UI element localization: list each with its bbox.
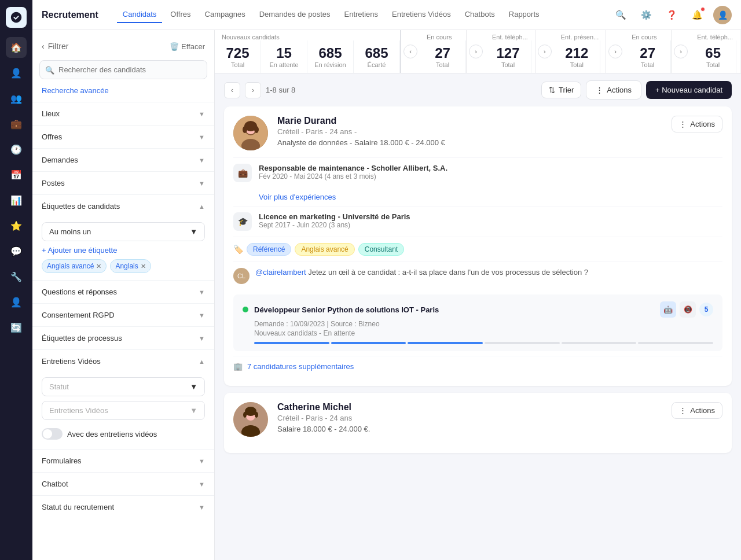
- search-icon-btn[interactable]: 🔍: [611, 6, 630, 24]
- sidebar-icon-calendar[interactable]: 📅: [6, 164, 27, 185]
- sidebar-icon-dashboard[interactable]: 🏠: [6, 37, 27, 58]
- pipeline-lbl-total4: Total: [570, 61, 584, 68]
- pipeline-lbl-attente: En attente: [269, 61, 298, 68]
- filter-section-videos-header[interactable]: Entretiens Vidéos ▲: [32, 350, 214, 373]
- filter-section-demandes-header[interactable]: Demandes ▼: [32, 149, 214, 171]
- chevron-down-icon-10: ▼: [190, 406, 197, 415]
- candidate-info-1: Marie Durand Créteil - Paris - 24 ans - …: [277, 116, 662, 147]
- job-icons: 🤖 📵 5: [660, 301, 713, 318]
- sidebar-icon-chart[interactable]: 📊: [6, 190, 27, 211]
- filter-section-etiquettes: Étiquettes de candidats ▲ Au moins un ▼ …: [32, 194, 214, 280]
- card-actions-btn-2[interactable]: ⋮ Actions: [672, 402, 722, 419]
- settings-icon-btn[interactable]: ⚙️: [637, 6, 655, 24]
- pipeline-col-teleph2[interactable]: 65 Total: [690, 40, 736, 73]
- sidebar-icon-group[interactable]: 👥: [6, 88, 27, 109]
- label-filter-dropdown[interactable]: Au moins un ▼: [42, 222, 205, 241]
- filter-section-statut-header[interactable]: Statut du recrutement ▼: [32, 496, 214, 518]
- video-toggle-row: Avec des entretiens vidéos: [42, 426, 205, 442]
- filter-section-questions: Questions et réponses ▼: [32, 280, 214, 303]
- filter-section-questions-header[interactable]: Questions et réponses ▼: [32, 281, 214, 303]
- sidebar-icon-settings2[interactable]: 🔧: [6, 266, 27, 287]
- sidebar-icon-clock[interactable]: 🕐: [6, 139, 27, 160]
- filter-clear-btn[interactable]: 🗑️ Effacer: [170, 42, 205, 51]
- advanced-search-link[interactable]: Recherche avancée: [42, 86, 109, 95]
- help-icon-btn[interactable]: ❓: [662, 6, 681, 24]
- filter-section-chatbot-header[interactable]: Chatbot ▼: [32, 473, 214, 495]
- nav-item-videos[interactable]: Entretiens Vidéos: [386, 6, 457, 23]
- pipeline-col-ecarte[interactable]: 685 Écarté: [354, 40, 400, 73]
- pipeline-nav-left[interactable]: ‹: [403, 45, 417, 58]
- show-more-experiences[interactable]: Voir plus d'expériences: [259, 190, 336, 204]
- pipeline-stage-title-nouveaux: Nouveaux candidats: [215, 30, 400, 40]
- filter-section-videos: Entretiens Vidéos ▲ Statut ▼ Entretiens …: [32, 349, 214, 449]
- sidebar-icon-person[interactable]: 👤: [6, 292, 27, 312]
- actions-button[interactable]: ⋮ Actions: [586, 80, 641, 100]
- filter-section-rgpd-header[interactable]: Consentement RGPD ▼: [32, 304, 214, 326]
- chevron-down-icon-12: ▼: [199, 481, 205, 488]
- sidebar-icon-people[interactable]: 👤: [6, 62, 27, 83]
- pipeline-col-revision[interactable]: 685 En révision: [307, 40, 354, 73]
- app-logo: [6, 7, 27, 28]
- card-actions-btn-1[interactable]: ⋮ Actions: [672, 116, 722, 132]
- page-prev-btn[interactable]: ‹: [224, 82, 240, 98]
- education-period: Sept 2017 - Juin 2020 (3 ans): [259, 221, 722, 229]
- user-avatar[interactable]: 👤: [713, 6, 732, 24]
- filter-section-lieux-header[interactable]: Lieux ▼: [32, 102, 214, 125]
- sidebar-icon-chat[interactable]: 💬: [6, 241, 27, 261]
- filter-section-offres-header[interactable]: Offres ▼: [32, 126, 214, 148]
- video-entretien-dropdown[interactable]: Entretiens Vidéos ▼: [42, 401, 205, 420]
- filter-section-postes-header[interactable]: Postes ▼: [32, 172, 214, 194]
- filter-section-etiquettes-header[interactable]: Étiquettes de candidats ▲: [32, 195, 214, 218]
- pipeline-nav-right1[interactable]: ›: [469, 45, 483, 58]
- filter-section-postes: Postes ▼: [32, 171, 214, 194]
- nav-item-demandes[interactable]: Demandes de postes: [254, 6, 336, 23]
- nav-item-rapports[interactable]: Rapports: [503, 6, 545, 23]
- pipeline-lbl-total2: Total: [436, 61, 449, 68]
- search-input[interactable]: [39, 60, 207, 79]
- sidebar-icon-briefcase[interactable]: 💼: [6, 113, 27, 134]
- filter-title[interactable]: ‹ Filtrer: [42, 42, 68, 51]
- video-statut-dropdown[interactable]: Statut ▼: [42, 377, 205, 396]
- tag-remove-anglais[interactable]: ✕: [141, 263, 146, 270]
- svg-point-11: [255, 412, 258, 418]
- tag-remove-anglais-avance[interactable]: ✕: [96, 263, 101, 270]
- filter-section-formulaires-header[interactable]: Formulaires ▼: [32, 450, 214, 472]
- progress-seg-4: [485, 342, 560, 344]
- more-applications[interactable]: 🏢 7 candidatures supplémentaires: [233, 356, 722, 377]
- nav-item-chatbots[interactable]: Chatbots: [459, 6, 501, 23]
- pipeline-col-presen1[interactable]: 212 Total: [554, 40, 600, 73]
- dots-icon-2: ⋮: [679, 120, 687, 128]
- pipeline-nav-right2[interactable]: ›: [538, 45, 552, 58]
- advanced-search: Recherche avancée: [32, 84, 214, 102]
- pipeline-col-attente[interactable]: 15 En attente: [261, 40, 307, 73]
- filter-section-processus-header[interactable]: Étiquettes de processus ▼: [32, 327, 214, 349]
- pipeline-col-encours2[interactable]: 27 Total: [625, 40, 671, 73]
- sort-button[interactable]: ⇅ Trier: [541, 82, 581, 98]
- video-toggle[interactable]: [42, 428, 63, 440]
- sidebar-icon-history[interactable]: 🔄: [6, 317, 27, 338]
- page-next-btn[interactable]: ›: [245, 82, 261, 98]
- add-label-btn[interactable]: + Ajouter une étiquette: [42, 246, 205, 255]
- notifications-icon-btn[interactable]: 🔔: [688, 6, 706, 24]
- nav-item-campagnes[interactable]: Campagnes: [199, 6, 251, 23]
- sidebar-icon-star[interactable]: ⭐: [6, 215, 27, 236]
- nav-item-entretiens[interactable]: Entretiens: [339, 6, 384, 23]
- filter-section-statut: Statut du recrutement ▼: [32, 495, 214, 518]
- nav-item-offres[interactable]: Offres: [164, 6, 196, 23]
- nav-item-candidats[interactable]: Candidats: [117, 6, 163, 23]
- pipeline-nav-right3[interactable]: ›: [608, 45, 622, 58]
- pipeline-title-encours1: En cours: [420, 30, 466, 40]
- svg-point-9: [245, 407, 256, 416]
- tag-chip-anglais-avance: Anglais avancé ✕: [42, 259, 107, 273]
- chevron-left-icon: ‹: [42, 42, 45, 51]
- new-candidate-button[interactable]: + Nouveau candidat: [646, 81, 732, 99]
- pipeline-col-teleph1[interactable]: 127 Total: [485, 40, 531, 73]
- tag-icon: 🏷️: [233, 245, 243, 254]
- pipeline-title-presen1: Ent. présen...: [554, 30, 606, 40]
- pipeline-col-encours1[interactable]: 27 Total: [420, 40, 466, 73]
- pipeline-col-total[interactable]: 725 Total: [215, 40, 261, 73]
- chevron-down-icon-2: ▼: [199, 134, 205, 141]
- pagination: ‹ › 1-8 sur 8: [224, 82, 295, 98]
- pipeline-nav-right4[interactable]: ›: [674, 45, 688, 58]
- chevron-down-icon: ▼: [199, 110, 205, 117]
